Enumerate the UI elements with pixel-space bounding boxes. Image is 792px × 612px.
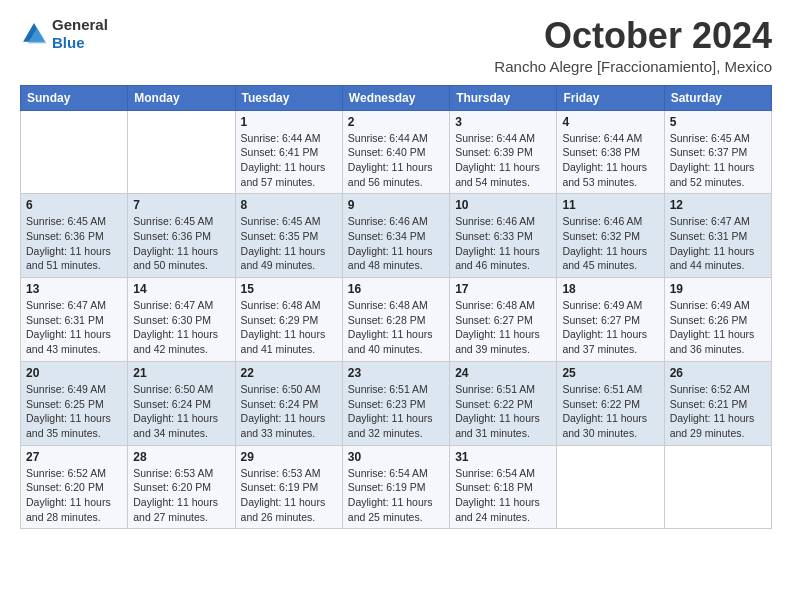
calendar-cell: 12Sunrise: 6:47 AM Sunset: 6:31 PM Dayli… bbox=[664, 194, 771, 278]
calendar-cell: 8Sunrise: 6:45 AM Sunset: 6:35 PM Daylig… bbox=[235, 194, 342, 278]
day-info: Sunrise: 6:51 AM Sunset: 6:22 PM Dayligh… bbox=[455, 382, 551, 441]
calendar-cell: 10Sunrise: 6:46 AM Sunset: 6:33 PM Dayli… bbox=[450, 194, 557, 278]
calendar-cell: 5Sunrise: 6:45 AM Sunset: 6:37 PM Daylig… bbox=[664, 110, 771, 194]
weekday-header-row: SundayMondayTuesdayWednesdayThursdayFrid… bbox=[21, 85, 772, 110]
week-row-3: 13Sunrise: 6:47 AM Sunset: 6:31 PM Dayli… bbox=[21, 278, 772, 362]
calendar-cell: 4Sunrise: 6:44 AM Sunset: 6:38 PM Daylig… bbox=[557, 110, 664, 194]
day-number: 23 bbox=[348, 366, 444, 380]
calendar-cell: 19Sunrise: 6:49 AM Sunset: 6:26 PM Dayli… bbox=[664, 278, 771, 362]
day-info: Sunrise: 6:45 AM Sunset: 6:37 PM Dayligh… bbox=[670, 131, 766, 190]
day-number: 19 bbox=[670, 282, 766, 296]
day-number: 27 bbox=[26, 450, 122, 464]
calendar-cell: 14Sunrise: 6:47 AM Sunset: 6:30 PM Dayli… bbox=[128, 278, 235, 362]
day-info: Sunrise: 6:50 AM Sunset: 6:24 PM Dayligh… bbox=[241, 382, 337, 441]
day-number: 30 bbox=[348, 450, 444, 464]
day-number: 14 bbox=[133, 282, 229, 296]
day-number: 8 bbox=[241, 198, 337, 212]
calendar-cell: 20Sunrise: 6:49 AM Sunset: 6:25 PM Dayli… bbox=[21, 361, 128, 445]
day-info: Sunrise: 6:51 AM Sunset: 6:23 PM Dayligh… bbox=[348, 382, 444, 441]
day-number: 17 bbox=[455, 282, 551, 296]
weekday-header-wednesday: Wednesday bbox=[342, 85, 449, 110]
calendar-cell: 9Sunrise: 6:46 AM Sunset: 6:34 PM Daylig… bbox=[342, 194, 449, 278]
day-info: Sunrise: 6:45 AM Sunset: 6:36 PM Dayligh… bbox=[26, 214, 122, 273]
logo-blue: Blue bbox=[52, 34, 108, 52]
day-info: Sunrise: 6:47 AM Sunset: 6:30 PM Dayligh… bbox=[133, 298, 229, 357]
day-info: Sunrise: 6:44 AM Sunset: 6:40 PM Dayligh… bbox=[348, 131, 444, 190]
day-number: 31 bbox=[455, 450, 551, 464]
weekday-header-thursday: Thursday bbox=[450, 85, 557, 110]
week-row-1: 1Sunrise: 6:44 AM Sunset: 6:41 PM Daylig… bbox=[21, 110, 772, 194]
calendar-cell bbox=[557, 445, 664, 529]
day-number: 26 bbox=[670, 366, 766, 380]
calendar-cell: 2Sunrise: 6:44 AM Sunset: 6:40 PM Daylig… bbox=[342, 110, 449, 194]
day-number: 1 bbox=[241, 115, 337, 129]
calendar-cell: 3Sunrise: 6:44 AM Sunset: 6:39 PM Daylig… bbox=[450, 110, 557, 194]
day-number: 7 bbox=[133, 198, 229, 212]
week-row-2: 6Sunrise: 6:45 AM Sunset: 6:36 PM Daylig… bbox=[21, 194, 772, 278]
day-number: 16 bbox=[348, 282, 444, 296]
day-number: 4 bbox=[562, 115, 658, 129]
logo: General Blue bbox=[20, 16, 108, 52]
day-info: Sunrise: 6:50 AM Sunset: 6:24 PM Dayligh… bbox=[133, 382, 229, 441]
calendar-cell: 1Sunrise: 6:44 AM Sunset: 6:41 PM Daylig… bbox=[235, 110, 342, 194]
day-info: Sunrise: 6:49 AM Sunset: 6:27 PM Dayligh… bbox=[562, 298, 658, 357]
day-number: 12 bbox=[670, 198, 766, 212]
day-info: Sunrise: 6:54 AM Sunset: 6:19 PM Dayligh… bbox=[348, 466, 444, 525]
day-info: Sunrise: 6:53 AM Sunset: 6:20 PM Dayligh… bbox=[133, 466, 229, 525]
calendar-cell: 26Sunrise: 6:52 AM Sunset: 6:21 PM Dayli… bbox=[664, 361, 771, 445]
day-info: Sunrise: 6:54 AM Sunset: 6:18 PM Dayligh… bbox=[455, 466, 551, 525]
calendar-cell: 23Sunrise: 6:51 AM Sunset: 6:23 PM Dayli… bbox=[342, 361, 449, 445]
weekday-header-saturday: Saturday bbox=[664, 85, 771, 110]
day-number: 6 bbox=[26, 198, 122, 212]
day-info: Sunrise: 6:48 AM Sunset: 6:28 PM Dayligh… bbox=[348, 298, 444, 357]
calendar-cell: 22Sunrise: 6:50 AM Sunset: 6:24 PM Dayli… bbox=[235, 361, 342, 445]
calendar-cell: 30Sunrise: 6:54 AM Sunset: 6:19 PM Dayli… bbox=[342, 445, 449, 529]
day-number: 25 bbox=[562, 366, 658, 380]
calendar-cell: 25Sunrise: 6:51 AM Sunset: 6:22 PM Dayli… bbox=[557, 361, 664, 445]
day-info: Sunrise: 6:45 AM Sunset: 6:35 PM Dayligh… bbox=[241, 214, 337, 273]
day-info: Sunrise: 6:44 AM Sunset: 6:39 PM Dayligh… bbox=[455, 131, 551, 190]
day-info: Sunrise: 6:52 AM Sunset: 6:21 PM Dayligh… bbox=[670, 382, 766, 441]
day-number: 2 bbox=[348, 115, 444, 129]
weekday-header-tuesday: Tuesday bbox=[235, 85, 342, 110]
day-number: 15 bbox=[241, 282, 337, 296]
day-info: Sunrise: 6:48 AM Sunset: 6:27 PM Dayligh… bbox=[455, 298, 551, 357]
day-info: Sunrise: 6:51 AM Sunset: 6:22 PM Dayligh… bbox=[562, 382, 658, 441]
day-info: Sunrise: 6:48 AM Sunset: 6:29 PM Dayligh… bbox=[241, 298, 337, 357]
day-number: 11 bbox=[562, 198, 658, 212]
calendar-cell: 15Sunrise: 6:48 AM Sunset: 6:29 PM Dayli… bbox=[235, 278, 342, 362]
day-info: Sunrise: 6:53 AM Sunset: 6:19 PM Dayligh… bbox=[241, 466, 337, 525]
weekday-header-monday: Monday bbox=[128, 85, 235, 110]
title-block: October 2024 Rancho Alegre [Fraccionamie… bbox=[494, 16, 772, 75]
day-info: Sunrise: 6:47 AM Sunset: 6:31 PM Dayligh… bbox=[670, 214, 766, 273]
week-row-4: 20Sunrise: 6:49 AM Sunset: 6:25 PM Dayli… bbox=[21, 361, 772, 445]
day-info: Sunrise: 6:44 AM Sunset: 6:38 PM Dayligh… bbox=[562, 131, 658, 190]
calendar-cell: 11Sunrise: 6:46 AM Sunset: 6:32 PM Dayli… bbox=[557, 194, 664, 278]
calendar-cell: 17Sunrise: 6:48 AM Sunset: 6:27 PM Dayli… bbox=[450, 278, 557, 362]
calendar-cell: 29Sunrise: 6:53 AM Sunset: 6:19 PM Dayli… bbox=[235, 445, 342, 529]
day-info: Sunrise: 6:46 AM Sunset: 6:32 PM Dayligh… bbox=[562, 214, 658, 273]
calendar-cell: 18Sunrise: 6:49 AM Sunset: 6:27 PM Dayli… bbox=[557, 278, 664, 362]
day-number: 10 bbox=[455, 198, 551, 212]
day-number: 13 bbox=[26, 282, 122, 296]
week-row-5: 27Sunrise: 6:52 AM Sunset: 6:20 PM Dayli… bbox=[21, 445, 772, 529]
day-info: Sunrise: 6:49 AM Sunset: 6:26 PM Dayligh… bbox=[670, 298, 766, 357]
day-number: 21 bbox=[133, 366, 229, 380]
page-header: General Blue October 2024 Rancho Alegre … bbox=[20, 16, 772, 75]
calendar-cell: 27Sunrise: 6:52 AM Sunset: 6:20 PM Dayli… bbox=[21, 445, 128, 529]
day-info: Sunrise: 6:44 AM Sunset: 6:41 PM Dayligh… bbox=[241, 131, 337, 190]
calendar-cell bbox=[21, 110, 128, 194]
calendar-cell: 24Sunrise: 6:51 AM Sunset: 6:22 PM Dayli… bbox=[450, 361, 557, 445]
calendar-cell: 31Sunrise: 6:54 AM Sunset: 6:18 PM Dayli… bbox=[450, 445, 557, 529]
day-info: Sunrise: 6:46 AM Sunset: 6:34 PM Dayligh… bbox=[348, 214, 444, 273]
day-number: 20 bbox=[26, 366, 122, 380]
calendar-cell: 28Sunrise: 6:53 AM Sunset: 6:20 PM Dayli… bbox=[128, 445, 235, 529]
day-number: 22 bbox=[241, 366, 337, 380]
day-info: Sunrise: 6:49 AM Sunset: 6:25 PM Dayligh… bbox=[26, 382, 122, 441]
calendar-cell: 21Sunrise: 6:50 AM Sunset: 6:24 PM Dayli… bbox=[128, 361, 235, 445]
day-number: 5 bbox=[670, 115, 766, 129]
day-number: 29 bbox=[241, 450, 337, 464]
day-number: 3 bbox=[455, 115, 551, 129]
month-title: October 2024 bbox=[494, 16, 772, 56]
logo-icon bbox=[20, 20, 48, 48]
